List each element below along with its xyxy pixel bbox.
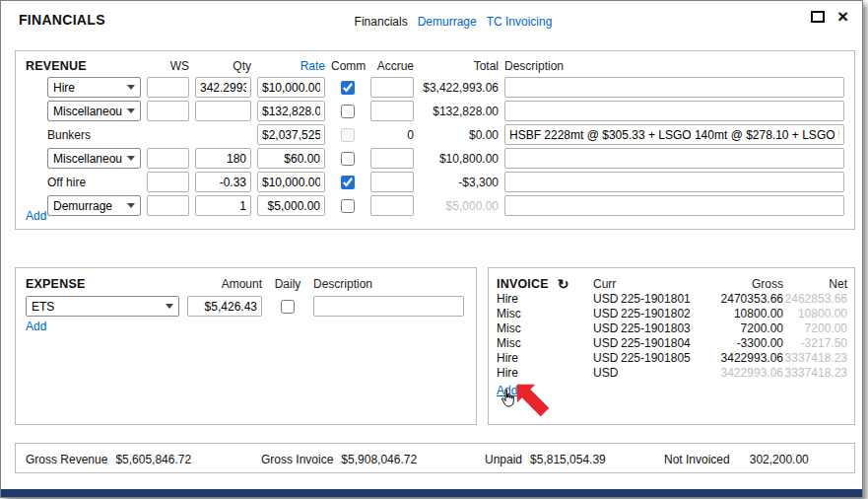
invoice-type: Misc [497,307,593,321]
gross-invoice-value: $5,908,046.72 [341,453,417,466]
invoice-curr: USD [593,321,621,336]
rate-input[interactable] [257,101,325,121]
revenue-type-select[interactable]: Hire [47,77,141,98]
expense-section: EXPENSE Amount Daily Description ETS Add [15,267,477,425]
accrue-input[interactable] [370,172,414,192]
revenue-col-header-rate[interactable]: Rate [257,59,325,73]
revenue-col-header-qty: Qty [195,59,251,73]
invoice-col-header-gross: Gross [696,277,783,291]
unpaid-label: Unpaid [485,453,522,466]
invoice-gross: 3422993.06 [696,351,783,366]
description-input[interactable] [504,101,844,121]
comm-checkbox[interactable] [341,199,355,213]
daily-checkbox[interactable] [281,300,295,314]
description-input[interactable] [504,172,844,192]
invoice-net: 2462853.66 [783,292,847,307]
invoice-row: Misc USD 225-1901803 7200.00 7200.00 [489,321,854,336]
maximize-icon[interactable] [811,11,825,23]
qty-input[interactable] [195,172,251,192]
invoice-number: 225-1901804 [621,336,696,351]
invoice-type: Misc [497,321,593,336]
financials-dialog: FINANCIALS FinancialsDemurrageTC Invoici… [0,0,863,498]
revenue-row: Miscellaneous $132,828.00 [16,101,854,121]
accrue-input[interactable] [370,77,414,98]
qty-input[interactable] [195,101,251,121]
comm-checkbox[interactable] [341,105,355,118]
rate-input[interactable] [257,124,325,145]
qty-input[interactable] [195,148,251,169]
expense-col-header-description: Description [313,277,464,291]
nav-financials[interactable]: Financials [355,15,408,29]
amount-input[interactable] [187,296,262,317]
revenue-col-header-total: Total [420,59,499,73]
invoice-type: Hire [497,292,593,307]
accrue-input[interactable] [370,195,414,216]
description-input[interactable] [504,124,844,145]
revenue-row-label: Bunkers [47,128,141,142]
nav-tc-invoicing[interactable]: TC Invoicing [487,15,553,29]
rate-input[interactable] [257,172,325,192]
invoice-curr: USD [593,351,621,366]
invoice-row: Hire USD 225-1901805 3422993.06 3337418.… [489,351,854,366]
revenue-type-select[interactable]: Demurrage [47,195,141,216]
invoice-net: 3337418.23 [783,366,847,381]
ws-input[interactable] [147,77,189,98]
invoice-gross: 2470353.66 [696,292,783,307]
invoice-number: 225-1901802 [621,307,696,321]
rate-input[interactable] [257,195,325,216]
invoice-title: INVOICE [497,277,549,291]
expense-type-select[interactable]: ETS [26,296,179,317]
comm-checkbox[interactable] [341,176,355,189]
ws-input[interactable] [147,148,189,169]
invoice-gross: 7200.00 [696,321,783,336]
ws-input[interactable] [147,172,189,192]
invoice-number: 225-1901805 [621,351,696,366]
close-icon[interactable]: × [837,11,848,23]
comm-checkbox [341,128,355,142]
invoice-net: 7200.00 [783,321,847,336]
expense-col-header-amount: Amount [187,277,262,291]
row-total: -$3,300 [420,176,499,189]
rate-input[interactable] [257,148,325,169]
revenue-add-link[interactable]: Add [26,209,46,223]
accrue-input[interactable] [370,148,414,169]
invoice-col-header-net: Net [783,277,847,291]
accrue-input[interactable] [370,101,414,121]
revenue-type-select[interactable]: Miscellaneous [47,101,141,121]
rate-input[interactable] [257,77,325,98]
top-nav: FinancialsDemurrageTC Invoicing [23,15,868,29]
qty-input[interactable] [195,77,251,98]
description-input[interactable] [504,195,844,216]
gross-revenue-value: $5,605,846.72 [115,453,191,466]
refresh-icon[interactable]: ↻ [558,278,569,290]
revenue-col-header-description: Description [504,59,844,73]
invoice-net: 3337418.23 [783,351,847,366]
description-input[interactable] [313,296,464,317]
invoice-row: Misc USD 225-1901804 -3300.00 -3217.50 [489,336,854,351]
invoice-gross: -3300.00 [696,336,783,351]
invoice-section: INVOICE ↻ Curr Gross Net Hire USD 225-19… [488,267,855,425]
description-input[interactable] [504,77,844,98]
description-input[interactable] [504,148,844,169]
invoice-row: Hire USD 3422993.06 3337418.23 [489,366,854,381]
comm-checkbox[interactable] [341,152,355,166]
invoice-curr: USD [593,292,621,307]
invoice-number: 225-1901801 [621,292,696,307]
ws-input[interactable] [147,195,189,216]
revenue-type-select[interactable]: Miscellaneous [47,148,141,169]
invoice-gross: 10800.00 [696,307,783,321]
revenue-row: Hire $3,422,993.06 [16,77,854,98]
revenue-row: Demurrage $5,000.00 [16,195,854,216]
row-total: $10,800.00 [420,152,499,166]
nav-demurrage[interactable]: Demurrage [418,15,477,29]
comm-checkbox[interactable] [341,81,355,95]
row-total: $0.00 [420,128,499,142]
summary-bar: Gross Revenue $5,605,846.72 Gross Invoic… [15,443,855,473]
revenue-col-header-comm: Comm [331,59,365,73]
qty-input[interactable] [195,195,251,216]
ws-input[interactable] [147,101,189,121]
invoice-net: -3217.50 [783,336,847,351]
row-total: $5,000.00 [420,199,499,213]
accrue-value: 0 [370,128,414,142]
expense-add-link[interactable]: Add [26,320,46,333]
